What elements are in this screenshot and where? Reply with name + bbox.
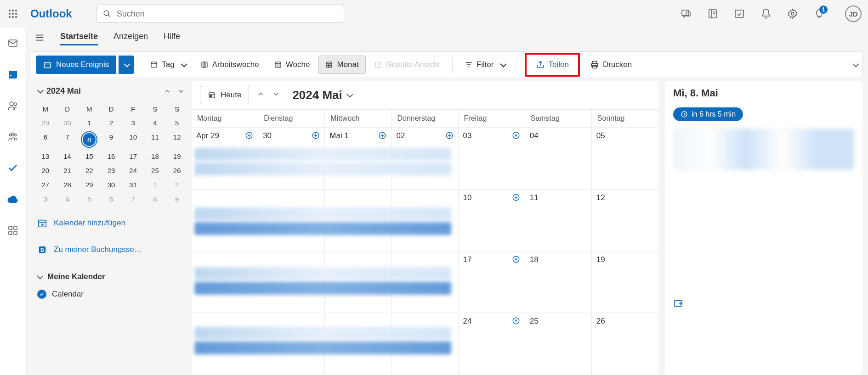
day-cell[interactable]: 26 — [592, 313, 658, 375]
add-event-icon[interactable] — [512, 131, 520, 142]
tab-anzeigen[interactable]: Anzeigen — [113, 32, 148, 45]
rail-calendar-icon[interactable] — [6, 68, 19, 81]
mini-day[interactable]: 3 — [122, 116, 144, 130]
view-week-button[interactable]: Woche — [267, 56, 317, 74]
mini-day[interactable]: 1 — [78, 116, 100, 130]
rail-apps-icon[interactable] — [6, 224, 19, 237]
settings-icon[interactable] — [787, 8, 798, 19]
mini-day[interactable]: 29 — [34, 116, 57, 130]
today-button[interactable]: Heute — [200, 86, 249, 104]
day-cell[interactable]: 17 — [459, 252, 525, 313]
mini-day[interactable]: 31 — [122, 178, 144, 192]
mini-day[interactable]: 12 — [166, 130, 188, 149]
mini-day[interactable]: 5 — [166, 116, 188, 130]
add-event-icon[interactable] — [445, 131, 454, 142]
mini-day[interactable]: 9 — [166, 192, 188, 206]
hamburger-icon[interactable] — [34, 33, 45, 45]
add-event-icon[interactable] — [312, 131, 320, 142]
mini-day[interactable]: 6 — [34, 130, 57, 149]
day-cell[interactable]: 10 — [459, 190, 525, 252]
toolbar-overflow-icon[interactable] — [852, 61, 859, 67]
mini-day[interactable]: 7 — [122, 192, 144, 206]
mini-day[interactable]: 2 — [100, 116, 122, 130]
rail-onedrive-icon[interactable] — [6, 193, 19, 206]
mini-day[interactable]: 3 — [34, 192, 57, 206]
rail-todo-icon[interactable] — [6, 162, 19, 174]
mini-day[interactable]: 5 — [78, 192, 100, 206]
filter-button[interactable]: Filter — [458, 56, 511, 74]
mini-prev-icon[interactable] — [163, 87, 171, 95]
day-cell[interactable] — [192, 190, 258, 252]
mini-day[interactable]: 10 — [122, 130, 144, 149]
add-event-icon[interactable] — [512, 255, 520, 266]
mini-day[interactable]: 26 — [166, 163, 188, 178]
add-calendar-link[interactable]: Kalender hinzufügen — [34, 213, 188, 233]
day-cell[interactable]: 25 — [525, 313, 592, 375]
search-box[interactable] — [96, 5, 344, 23]
avatar[interactable]: JD — [845, 6, 862, 22]
open-panel-icon[interactable] — [673, 298, 854, 310]
mini-day[interactable]: 30 — [57, 116, 79, 130]
share-button[interactable]: Teilen — [529, 56, 575, 74]
mini-day[interactable]: 19 — [166, 149, 188, 163]
day-cell[interactable]: 19 — [592, 252, 658, 313]
day-cell[interactable]: 04 — [525, 128, 592, 190]
cal-prev-icon[interactable] — [256, 90, 265, 100]
rail-mail-icon[interactable] — [6, 37, 19, 50]
mini-day[interactable]: 1 — [144, 178, 166, 192]
mini-day[interactable]: 22 — [78, 163, 100, 178]
booking-page-link[interactable]: B Zu meiner Buchungsse… — [34, 240, 188, 259]
mini-day[interactable]: 29 — [78, 178, 100, 192]
tips-icon[interactable]: 1 — [814, 8, 825, 19]
day-cell[interactable]: 18 — [525, 252, 592, 313]
mini-day[interactable]: 28 — [57, 178, 79, 192]
mini-day[interactable]: 20 — [34, 163, 57, 178]
mini-day[interactable]: 13 — [34, 149, 57, 163]
mini-next-icon[interactable] — [177, 87, 185, 95]
mini-day[interactable]: 21 — [57, 163, 79, 178]
rail-people-icon[interactable] — [6, 99, 19, 112]
view-month-button[interactable]: Monat — [318, 56, 365, 74]
time-chip[interactable]: in 6 hrs 5 min — [673, 107, 743, 121]
day-cell[interactable] — [258, 190, 325, 252]
teams-chat-icon[interactable] — [681, 8, 692, 19]
add-event-icon[interactable] — [245, 131, 253, 142]
view-day-button[interactable]: Tag — [143, 56, 192, 74]
tab-hilfe[interactable]: Hilfe — [164, 32, 180, 45]
mini-day[interactable]: 30 — [100, 178, 122, 192]
mini-day[interactable]: 7 — [57, 130, 79, 149]
add-event-icon[interactable] — [378, 131, 386, 142]
calendar-title[interactable]: 2024 Mai — [292, 88, 351, 102]
day-cell[interactable] — [325, 190, 391, 252]
mini-day[interactable]: 18 — [144, 149, 166, 163]
day-cell[interactable]: 05 — [592, 128, 658, 190]
mini-day[interactable]: 27 — [34, 178, 57, 192]
calendar-entry[interactable]: Calendar — [34, 286, 188, 302]
mini-day[interactable]: 2 — [166, 178, 188, 192]
mini-day[interactable]: 4 — [57, 192, 79, 206]
mini-day[interactable]: 11 — [144, 130, 166, 149]
day-cell[interactable]: 12 — [592, 190, 658, 252]
mini-day[interactable]: 25 — [144, 163, 166, 178]
mini-day[interactable]: 8 — [78, 130, 100, 149]
day-cell[interactable] — [391, 190, 458, 252]
new-event-button[interactable]: Neues Ereignis — [36, 56, 116, 74]
note-icon[interactable] — [707, 8, 718, 19]
view-workweek-button[interactable]: Arbeitswoche — [194, 56, 266, 74]
chevron-down-icon[interactable] — [37, 87, 44, 93]
app-launcher-icon[interactable] — [6, 7, 19, 20]
search-input[interactable] — [117, 9, 337, 19]
rail-groups-icon[interactable] — [6, 130, 19, 143]
tab-startseite[interactable]: Startseite — [60, 32, 98, 45]
day-check-icon[interactable] — [734, 8, 745, 19]
add-event-icon[interactable] — [512, 193, 520, 204]
print-button[interactable]: Drucken — [584, 56, 638, 74]
mini-day[interactable]: 17 — [122, 149, 144, 163]
mini-day[interactable]: 14 — [57, 149, 79, 163]
day-cell[interactable]: 24 — [459, 313, 525, 375]
mini-day[interactable]: 16 — [100, 149, 122, 163]
mini-day[interactable]: 4 — [144, 116, 166, 130]
mini-day[interactable]: 15 — [78, 149, 100, 163]
new-event-split[interactable] — [119, 56, 134, 74]
day-cell[interactable]: 11 — [525, 190, 592, 252]
